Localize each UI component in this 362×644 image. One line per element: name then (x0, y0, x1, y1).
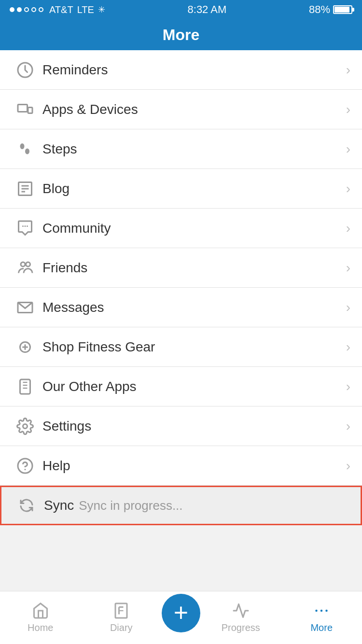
progress-tab-label: Progress (222, 622, 260, 633)
dot5 (39, 7, 43, 12)
help-chevron: › (346, 458, 350, 474)
apps-devices-icon (12, 101, 39, 118)
menu-item-help[interactable]: Help › (0, 446, 362, 486)
community-icon (12, 220, 39, 237)
blog-icon (12, 180, 39, 197)
menu-item-steps[interactable]: Steps › (0, 129, 362, 169)
settings-chevron: › (346, 419, 350, 434)
tab-progress[interactable]: Progress (200, 602, 281, 633)
progress-icon (232, 602, 250, 619)
tab-bar: Home Diary + Progress More (0, 591, 362, 644)
messages-label: Messages (42, 300, 346, 315)
dot2 (17, 7, 22, 12)
home-tab-label: Home (28, 622, 53, 633)
apps-devices-label: Apps & Devices (42, 102, 346, 117)
svg-rect-15 (20, 379, 30, 394)
steps-chevron: › (346, 141, 350, 157)
friends-chevron: › (346, 260, 350, 276)
carrier-label: AT&T (49, 4, 73, 15)
tab-more[interactable]: More (281, 602, 362, 633)
shop-fitness-icon (12, 338, 39, 356)
more-tab-label: More (310, 622, 333, 633)
other-apps-chevron: › (346, 379, 350, 394)
activity-icon: ✳ (98, 4, 105, 15)
svg-point-12 (21, 262, 25, 266)
page-title: More (163, 26, 199, 44)
more-icon (313, 602, 330, 619)
signal-dots (10, 7, 43, 12)
battery-label: 88% (309, 3, 330, 16)
svg-point-27 (320, 610, 323, 612)
svg-point-9 (22, 225, 24, 227)
svg-point-10 (25, 225, 26, 227)
shop-fitness-label: Shop Fitness Gear (42, 339, 346, 355)
menu-item-friends[interactable]: Friends › (0, 248, 362, 288)
menu-item-messages[interactable]: Messages › (0, 288, 362, 327)
apps-devices-chevron: › (346, 102, 350, 117)
menu-item-apps-devices[interactable]: Apps & Devices › (0, 90, 362, 129)
clock: 8:32 AM (188, 3, 227, 16)
dot1 (10, 7, 14, 12)
sync-status: Sync in progress... (79, 498, 182, 513)
friends-label: Friends (42, 260, 346, 276)
steps-label: Steps (42, 141, 346, 157)
battery-container: 88% (309, 3, 352, 16)
sync-icon (13, 497, 40, 514)
messages-icon (12, 299, 39, 316)
help-label: Help (42, 458, 346, 474)
sync-label: Sync (44, 498, 74, 513)
shop-fitness-chevron: › (346, 339, 350, 355)
diary-icon (112, 602, 130, 619)
status-bar: AT&T LTE ✳ 8:32 AM 88% (0, 0, 362, 19)
reminders-chevron: › (346, 62, 350, 78)
svg-point-13 (26, 262, 30, 266)
tab-add[interactable]: + (162, 594, 200, 642)
menu-item-community[interactable]: Community › (0, 209, 362, 248)
menu-item-shop-fitness-gear[interactable]: Shop Fitness Gear › (0, 327, 362, 367)
steps-icon (12, 140, 39, 158)
sync-row[interactable]: Sync Sync in progress... (0, 486, 362, 525)
community-chevron: › (346, 221, 350, 236)
svg-point-3 (20, 143, 25, 149)
friends-icon (12, 259, 39, 277)
help-icon (12, 457, 39, 475)
settings-label: Settings (42, 419, 346, 434)
tab-diary[interactable]: Diary (81, 602, 162, 633)
svg-point-4 (25, 148, 29, 154)
blog-label: Blog (42, 181, 346, 196)
home-icon (32, 602, 49, 619)
other-apps-label: Our Other Apps (42, 379, 346, 394)
svg-point-19 (23, 424, 28, 428)
svg-point-28 (326, 610, 328, 612)
battery-bar (333, 5, 352, 14)
scroll-area: Reminders › Apps & Devices › Steps › (0, 50, 362, 591)
svg-point-21 (25, 469, 26, 470)
dot3 (24, 7, 29, 12)
add-button[interactable]: + (162, 594, 200, 632)
reminders-icon (12, 61, 39, 79)
add-icon: + (174, 600, 188, 625)
svg-point-26 (316, 610, 318, 612)
menu-item-other-apps[interactable]: Our Other Apps › (0, 367, 362, 406)
menu-item-blog[interactable]: Blog › (0, 169, 362, 209)
settings-icon (12, 418, 39, 435)
network-label: LTE (77, 4, 94, 15)
battery-fill (334, 7, 349, 13)
dot4 (31, 7, 36, 12)
svg-point-11 (27, 225, 28, 227)
community-label: Community (42, 221, 346, 236)
reminders-label: Reminders (42, 62, 346, 78)
menu-item-settings[interactable]: Settings › (0, 406, 362, 446)
svg-rect-1 (18, 104, 28, 112)
diary-tab-label: Diary (110, 622, 133, 633)
messages-chevron: › (346, 300, 350, 315)
nav-bar: More (0, 19, 362, 50)
menu-item-reminders[interactable]: Reminders › (0, 50, 362, 90)
tab-home[interactable]: Home (0, 602, 81, 633)
svg-rect-2 (28, 107, 32, 113)
menu-list: Reminders › Apps & Devices › Steps › (0, 50, 362, 525)
other-apps-icon (12, 378, 39, 395)
status-left: AT&T LTE ✳ (10, 4, 105, 15)
blog-chevron: › (346, 181, 350, 196)
